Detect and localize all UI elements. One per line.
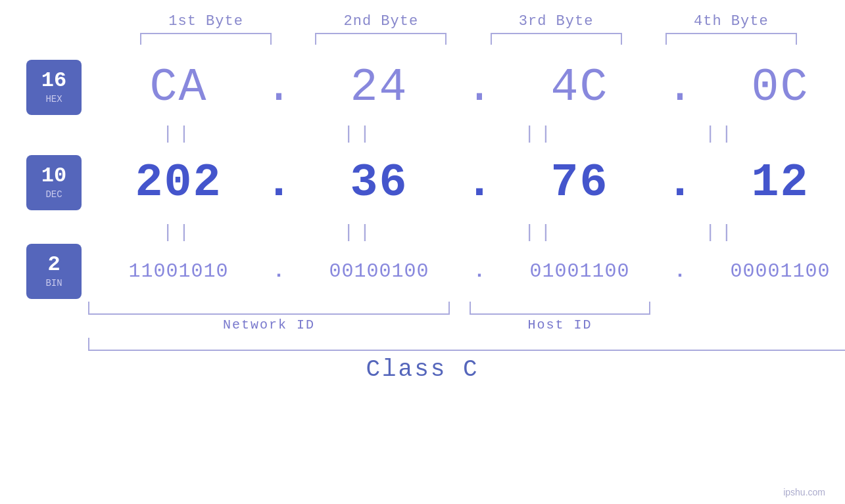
dec-row: 10 DEC 202 . 36 . 76 . 12 bbox=[26, 147, 819, 219]
hex-val-4: 0C bbox=[690, 62, 845, 114]
eq-2-1: || bbox=[88, 222, 269, 242]
segment-labels: Network ID Host ID bbox=[88, 317, 819, 332]
hex-values: CA . 24 . 4C . 0C bbox=[88, 62, 845, 114]
dec-dot-1: . bbox=[269, 157, 289, 209]
eq-1-4: || bbox=[631, 124, 811, 144]
host-bracket bbox=[470, 302, 650, 315]
full-bottom-bracket bbox=[88, 338, 845, 351]
bin-badge-number: 2 bbox=[47, 254, 60, 275]
dec-badge: 10 DEC bbox=[26, 155, 82, 210]
top-bracket-2 bbox=[293, 33, 468, 45]
eq-2-2: || bbox=[269, 222, 450, 242]
hex-val-2: 24 bbox=[289, 62, 470, 114]
bracket-top-2 bbox=[315, 33, 447, 45]
byte-label-2: 2nd Byte bbox=[293, 13, 468, 30]
network-bracket bbox=[88, 302, 450, 315]
bracket-gap-1 bbox=[450, 302, 470, 315]
hex-row: 16 HEX CA . 24 . 4C . 0C bbox=[26, 55, 819, 120]
bin-dot-1: . bbox=[269, 260, 289, 283]
dec-val-3: 76 bbox=[489, 157, 670, 209]
seg-gap bbox=[450, 317, 470, 332]
bin-val-2: 00100100 bbox=[289, 260, 470, 283]
equals-row-1: || || || || bbox=[88, 120, 819, 147]
dec-badge-label: DEC bbox=[45, 189, 62, 200]
equals-row-2: || || || || bbox=[88, 219, 819, 245]
hex-val-1: CA bbox=[88, 62, 269, 114]
class-label: Class C bbox=[26, 356, 819, 383]
bottom-brackets-row bbox=[88, 302, 819, 315]
hex-badge-number: 16 bbox=[41, 70, 66, 91]
bin-row: 2 BIN 11001010 . 00100100 . 01001100 . 0… bbox=[26, 245, 819, 298]
watermark: ipshu.com bbox=[783, 487, 825, 497]
hex-badge: 16 HEX bbox=[26, 60, 82, 115]
host-label: Host ID bbox=[470, 317, 650, 332]
bracket-top-3 bbox=[491, 33, 622, 45]
network-label: Network ID bbox=[88, 317, 450, 332]
bin-val-4: 00001100 bbox=[690, 260, 845, 283]
hex-val-3: 4C bbox=[489, 62, 670, 114]
bin-badge: 2 BIN bbox=[26, 244, 82, 299]
top-brackets-row bbox=[118, 33, 819, 45]
dec-values: 202 . 36 . 76 . 12 bbox=[88, 157, 845, 209]
dec-dot-2: . bbox=[470, 157, 489, 209]
top-bracket-1 bbox=[118, 33, 293, 45]
dec-val-2: 36 bbox=[289, 157, 470, 209]
top-bracket-3 bbox=[469, 33, 644, 45]
eq-2-3: || bbox=[450, 222, 631, 242]
main-container: 1st Byte 2nd Byte 3rd Byte 4th Byte 16 H… bbox=[0, 0, 845, 504]
eq-1-1: || bbox=[88, 124, 269, 144]
byte-label-3: 3rd Byte bbox=[469, 13, 644, 30]
bin-val-3: 01001100 bbox=[489, 260, 670, 283]
byte-label-1: 1st Byte bbox=[118, 13, 293, 30]
top-bracket-4 bbox=[644, 33, 819, 45]
eq-2-4: || bbox=[631, 222, 811, 242]
bin-dot-2: . bbox=[470, 260, 489, 283]
eq-1-2: || bbox=[269, 124, 450, 144]
dec-dot-3: . bbox=[670, 157, 690, 209]
hex-badge-label: HEX bbox=[45, 94, 62, 104]
bin-dot-3: . bbox=[670, 260, 690, 283]
bin-val-1: 11001010 bbox=[88, 260, 269, 283]
byte-labels-row: 1st Byte 2nd Byte 3rd Byte 4th Byte bbox=[118, 13, 819, 30]
dec-val-1: 202 bbox=[88, 157, 269, 209]
dec-badge-number: 10 bbox=[41, 166, 66, 187]
dec-val-4: 12 bbox=[690, 157, 845, 209]
byte-label-4: 4th Byte bbox=[644, 13, 819, 30]
eq-1-3: || bbox=[450, 124, 631, 144]
bin-badge-label: BIN bbox=[45, 278, 62, 288]
hex-dot-2: . bbox=[470, 62, 489, 114]
bracket-top-4 bbox=[665, 33, 797, 45]
bracket-top-1 bbox=[140, 33, 272, 45]
hex-dot-1: . bbox=[269, 62, 289, 114]
hex-dot-3: . bbox=[670, 62, 690, 114]
bin-values: 11001010 . 00100100 . 01001100 . 0000110… bbox=[88, 260, 845, 283]
